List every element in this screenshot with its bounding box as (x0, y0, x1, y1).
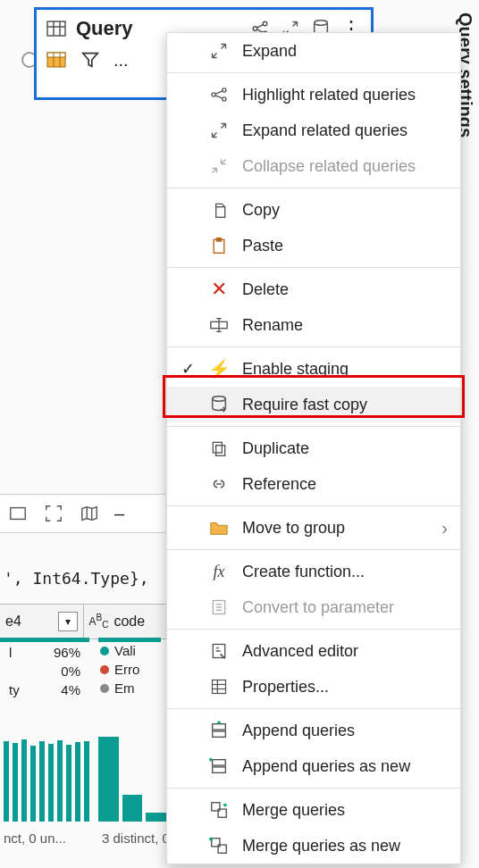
delete-icon: ✕ (208, 279, 230, 300)
menu-require-fast-copy[interactable]: Require fast copy (167, 387, 460, 422)
merge-new-icon (208, 835, 230, 856)
menu-label: Reference (242, 475, 316, 494)
fx-icon: fx (208, 561, 230, 582)
link-icon (208, 473, 230, 495)
menu-label: Properties... (242, 678, 329, 697)
menu-collapse-related: Collapse related queries (167, 148, 460, 184)
parameter-icon (208, 597, 230, 618)
svg-rect-36 (213, 724, 226, 730)
menu-label: Expand related queries (242, 121, 408, 140)
column-stats-right: Vali Erro Em (100, 643, 139, 696)
menu-expand[interactable]: Expand (167, 33, 460, 69)
view-mode-icon[interactable] (7, 503, 29, 524)
append-new-icon (208, 755, 230, 777)
lightning-icon: ⚡ (208, 358, 230, 380)
type-icon: ABC (89, 613, 109, 630)
stat-label: Em (114, 680, 135, 696)
svg-rect-0 (47, 21, 65, 36)
editor-icon (208, 640, 230, 662)
menu-expand-related[interactable]: Expand related queries (167, 113, 460, 148)
svg-rect-11 (47, 53, 65, 57)
menu-merge-queries-new[interactable]: Merge queries as new (167, 828, 460, 864)
table-icon (46, 18, 67, 39)
rename-icon (208, 314, 230, 336)
menu-label: Advanced editor (242, 642, 358, 661)
query-title: Query (76, 17, 133, 40)
menu-label: Append queries (242, 722, 355, 740)
column-header-2[interactable]: ABC code (84, 605, 167, 638)
svg-rect-37 (213, 731, 226, 737)
check-icon: ✓ (180, 359, 196, 379)
menu-duplicate[interactable]: Duplicate (167, 430, 460, 466)
paste-icon (208, 235, 230, 256)
svg-point-9 (315, 21, 328, 26)
view-toolbar: – (0, 494, 165, 533)
menu-label: Expand (242, 42, 297, 61)
column-headers: e4 ▾ ABC code (0, 604, 166, 639)
menu-label: Rename (242, 316, 303, 335)
col-label: e4 (5, 613, 21, 630)
menu-copy[interactable]: Copy (167, 192, 460, 228)
append-icon (208, 720, 230, 741)
fullscreen-icon[interactable] (43, 503, 64, 524)
stat-value: 0% (61, 664, 80, 679)
menu-label: Append queries as new (242, 757, 410, 776)
merge-icon (208, 799, 230, 821)
svg-rect-21 (217, 238, 222, 241)
duplicate-icon (208, 438, 230, 459)
svg-line-7 (256, 24, 263, 28)
submenu-chevron-icon: › (441, 518, 448, 538)
menu-create-function[interactable]: fx Create function... (167, 554, 460, 589)
col-label: code (113, 613, 145, 630)
menu-label: Enable staging (242, 360, 349, 379)
menu-label: Duplicate (242, 439, 309, 458)
distribution-chart-1 (4, 732, 89, 822)
filter-icon[interactable] (80, 49, 101, 71)
column-header-1[interactable]: e4 ▾ (0, 605, 84, 638)
svg-rect-32 (213, 680, 226, 694)
menu-highlight-related[interactable]: Highlight related queries (167, 77, 460, 113)
menu-reference[interactable]: Reference (167, 466, 460, 502)
menu-move-to-group[interactable]: Move to group › (167, 510, 460, 546)
stat-label: Erro (114, 662, 139, 677)
expand-icon (208, 40, 230, 62)
stat-value: 4% (61, 682, 80, 697)
column-dropdown-icon[interactable]: ▾ (58, 612, 78, 631)
menu-delete[interactable]: ✕ Delete (167, 271, 460, 307)
toolbar-dash: – (114, 504, 124, 524)
collapse-icon (208, 155, 230, 177)
table-solid-icon[interactable] (46, 49, 67, 71)
menu-rename[interactable]: Rename (167, 307, 460, 343)
svg-point-24 (213, 396, 226, 402)
menu-advanced-editor[interactable]: Advanced editor (167, 633, 460, 669)
menu-label: Delete (242, 280, 289, 299)
ellipsis-label[interactable]: ... (113, 50, 129, 71)
expand-out-icon (208, 120, 230, 141)
error-dot-icon (100, 665, 109, 674)
menu-label: Move to group (242, 519, 345, 538)
menu-label: Merge queries (242, 801, 345, 820)
formula-bar[interactable]: ', Int64.Type}, (0, 567, 166, 589)
menu-label: Copy (242, 201, 280, 220)
stat-label: ty (9, 682, 20, 697)
stat-label: Vali (114, 643, 136, 658)
menu-append-queries[interactable]: Append queries (167, 713, 460, 748)
menu-properties[interactable]: Properties... (167, 669, 460, 705)
menu-label: Highlight related queries (242, 86, 416, 104)
menu-merge-queries[interactable]: Merge queries (167, 792, 460, 828)
svg-rect-38 (213, 760, 226, 765)
svg-rect-26 (216, 446, 225, 456)
copy-icon (208, 199, 230, 221)
stat-value: 96% (54, 645, 80, 660)
menu-append-queries-new[interactable]: Append queries as new (167, 748, 460, 784)
menu-paste[interactable]: Paste (167, 228, 460, 263)
menu-enable-staging[interactable]: ✓ ⚡ Enable staging (167, 351, 460, 387)
quality-bar-1 (0, 638, 89, 642)
menu-label: Require fast copy (242, 396, 367, 414)
graph-icon (208, 84, 230, 105)
map-icon[interactable] (79, 503, 100, 524)
distinct-label-1: nct, 0 un... (0, 830, 89, 846)
menu-label: Create function... (242, 563, 365, 581)
svg-rect-44 (11, 508, 26, 520)
column-stats-left: l96% 0% ty4% (0, 643, 89, 699)
